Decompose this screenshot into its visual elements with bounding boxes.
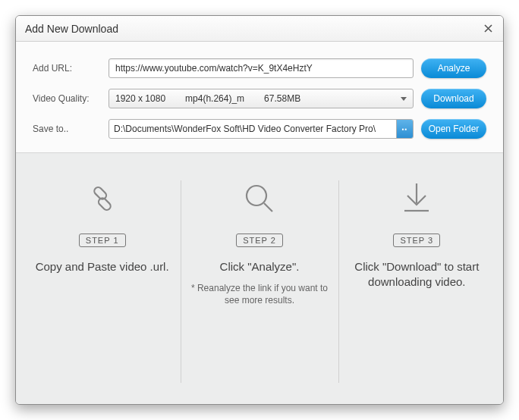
- analyze-button[interactable]: Analyze: [421, 58, 486, 78]
- close-button[interactable]: [482, 23, 494, 35]
- step-1: STEP 1 Copy and Paste video .url.: [24, 174, 181, 389]
- row-url: Add URL: Analyze: [33, 58, 486, 78]
- form-area: Add URL: Analyze Video Quality: 1920 x 1…: [16, 42, 503, 153]
- step-2-badge: STEP 2: [236, 234, 283, 247]
- save-path-field: D:\Documents\WonderFox Soft\HD Video Con…: [109, 119, 414, 139]
- chevron-down-icon: [401, 97, 407, 101]
- url-input[interactable]: [109, 58, 414, 78]
- step-3-badge: STEP 3: [393, 234, 440, 247]
- steps-area: STEP 1 Copy and Paste video .url. STEP 2…: [16, 153, 503, 404]
- quality-label: Video Quality:: [33, 93, 101, 104]
- quality-resolution: 1920 x 1080: [115, 93, 165, 104]
- window-title: Add New Download: [25, 23, 482, 35]
- url-field-wrap: [109, 58, 414, 78]
- row-quality: Video Quality: 1920 x 1080 mp4(h.264)_m …: [33, 89, 486, 108]
- quality-size: 67.58MB: [264, 93, 300, 104]
- save-label: Save to..: [33, 124, 101, 134]
- step-2-note: * Reanalyze the link if you want to see …: [187, 282, 332, 306]
- step-2: STEP 2 Click "Analyze". * Reanalyze the …: [181, 174, 338, 389]
- link-icon: [78, 174, 127, 223]
- svg-rect-1: [97, 196, 112, 212]
- dialog-window: Add New Download Add URL: Analyze Video …: [15, 15, 504, 405]
- step-3-text: Click "Download" to start downloading vi…: [344, 259, 489, 290]
- browse-button[interactable]: ▪▪: [396, 120, 413, 138]
- save-path-text: D:\Documents\WonderFox Soft\HD Video Con…: [109, 124, 396, 134]
- svg-point-2: [247, 186, 266, 205]
- open-folder-button[interactable]: Open Folder: [421, 119, 486, 139]
- row-save: Save to.. D:\Documents\WonderFox Soft\HD…: [33, 119, 486, 139]
- titlebar: Add New Download: [16, 16, 503, 42]
- quality-field-wrap: 1920 x 1080 mp4(h.264)_m 67.58MB: [109, 89, 414, 108]
- download-icon: [392, 174, 441, 223]
- save-field-wrap: D:\Documents\WonderFox Soft\HD Video Con…: [109, 119, 414, 139]
- download-button[interactable]: Download: [421, 89, 486, 108]
- quality-codec: mp4(h.264)_m: [185, 93, 244, 104]
- step-1-text: Copy and Paste video .url.: [36, 259, 169, 274]
- search-icon: [235, 174, 284, 223]
- step-1-badge: STEP 1: [79, 234, 126, 247]
- step-3: STEP 3 Click "Download" to start downloa…: [338, 174, 495, 389]
- svg-line-3: [264, 203, 272, 212]
- url-label: Add URL:: [33, 63, 101, 74]
- close-icon: [484, 24, 492, 33]
- step-2-text: Click "Analyze".: [220, 259, 300, 274]
- quality-dropdown[interactable]: 1920 x 1080 mp4(h.264)_m 67.58MB: [109, 89, 414, 108]
